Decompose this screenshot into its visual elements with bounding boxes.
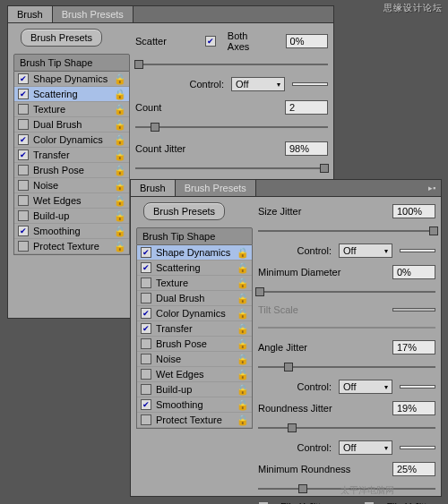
list-item[interactable]: ✔Scattering🔒: [137, 261, 252, 276]
count-slider[interactable]: [135, 122, 328, 132]
min-diameter-slider[interactable]: [258, 286, 435, 297]
option-checkbox[interactable]: [18, 241, 29, 252]
list-item[interactable]: ✔Color Dynamics🔒: [14, 132, 129, 148]
list-item[interactable]: ✔Smoothing🔒: [14, 224, 129, 239]
lock-icon[interactable]: 🔒: [115, 134, 125, 145]
list-item[interactable]: Noise🔒: [137, 352, 252, 367]
tab-brush[interactable]: Brush: [131, 180, 176, 196]
list-item[interactable]: Build-up🔒: [137, 382, 252, 397]
option-checkbox[interactable]: ✔: [18, 134, 29, 145]
both-axes-checkbox[interactable]: ✔: [205, 36, 216, 47]
scatter-value-input[interactable]: 0%: [286, 34, 328, 48]
option-checkbox[interactable]: [18, 165, 29, 175]
list-item[interactable]: Brush Pose🔒: [14, 163, 129, 178]
lock-icon[interactable]: 🔒: [115, 210, 125, 221]
option-checkbox[interactable]: ✔: [141, 323, 151, 334]
size-control-select[interactable]: Off▾: [339, 243, 392, 258]
list-item[interactable]: ✔Shape Dynamics🔒: [14, 72, 129, 87]
tab-brush[interactable]: Brush: [8, 6, 53, 22]
lock-icon[interactable]: 🔒: [237, 308, 248, 319]
panel-menu-icon[interactable]: ▸▪: [425, 182, 439, 194]
list-item[interactable]: Protect Texture🔒: [14, 239, 129, 254]
list-item[interactable]: ✔Color Dynamics🔒: [137, 306, 252, 321]
min-roundness-input[interactable]: 25%: [392, 462, 435, 476]
lock-icon[interactable]: 🔒: [115, 226, 125, 236]
option-checkbox[interactable]: [141, 293, 151, 303]
list-item[interactable]: ✔Scattering🔒: [14, 87, 129, 102]
option-checkbox[interactable]: [141, 414, 151, 425]
list-item[interactable]: Texture🔒: [137, 276, 252, 291]
option-checkbox[interactable]: ✔: [141, 247, 151, 258]
angle-jitter-slider[interactable]: [258, 362, 435, 372]
option-checkbox[interactable]: [141, 384, 151, 395]
lock-icon[interactable]: 🔒: [115, 195, 125, 206]
option-checkbox[interactable]: [18, 210, 29, 221]
tab-brush-presets[interactable]: Brush Presets: [53, 6, 134, 22]
lock-icon[interactable]: 🔒: [237, 354, 248, 364]
list-item[interactable]: Brush Pose🔒: [137, 337, 252, 352]
lock-icon[interactable]: 🔒: [115, 149, 125, 160]
list-item[interactable]: Dual Brush🔒: [14, 117, 129, 132]
option-checkbox[interactable]: ✔: [141, 399, 151, 410]
option-checkbox[interactable]: [141, 338, 151, 349]
brush-presets-button[interactable]: Brush Presets: [143, 202, 225, 220]
tab-brush-presets[interactable]: Brush Presets: [176, 180, 256, 196]
option-checkbox[interactable]: ✔: [18, 89, 29, 99]
lock-icon[interactable]: 🔒: [237, 293, 248, 303]
lock-icon[interactable]: 🔒: [237, 262, 248, 273]
lock-icon[interactable]: 🔒: [115, 180, 125, 191]
roundness-control-select[interactable]: Off▾: [339, 440, 392, 455]
option-checkbox[interactable]: [18, 180, 29, 191]
count-jitter-value-input[interactable]: 98%: [285, 141, 328, 156]
list-item[interactable]: Protect Texture🔒: [137, 413, 252, 428]
option-checkbox[interactable]: [18, 104, 29, 115]
angle-control-select[interactable]: Off▾: [339, 380, 392, 394]
list-item[interactable]: Build-up🔒: [14, 209, 129, 224]
list-item[interactable]: ✔Shape Dynamics🔒: [137, 245, 252, 261]
brush-presets-button[interactable]: Brush Presets: [21, 29, 102, 47]
lock-icon[interactable]: 🔒: [237, 384, 248, 395]
list-item[interactable]: Noise🔒: [14, 178, 129, 193]
lock-icon[interactable]: 🔒: [115, 165, 125, 175]
lock-icon[interactable]: 🔒: [237, 369, 248, 380]
option-checkbox[interactable]: [141, 354, 151, 364]
roundness-jitter-input[interactable]: 19%: [392, 401, 435, 415]
option-checkbox[interactable]: [141, 278, 151, 288]
lock-icon[interactable]: 🔒: [115, 89, 125, 99]
lock-icon[interactable]: 🔒: [237, 414, 248, 425]
list-item[interactable]: Dual Brush🔒: [137, 291, 252, 306]
lock-icon[interactable]: 🔒: [237, 338, 248, 349]
min-diameter-input[interactable]: 0%: [392, 265, 435, 279]
roundness-jitter-slider[interactable]: [258, 423, 435, 433]
count-value-input[interactable]: 2: [285, 100, 328, 115]
lock-icon[interactable]: 🔒: [237, 323, 248, 334]
lock-icon[interactable]: 🔒: [115, 104, 125, 115]
option-checkbox[interactable]: [18, 195, 29, 206]
lock-icon[interactable]: 🔒: [115, 73, 125, 84]
size-jitter-input[interactable]: 100%: [392, 204, 435, 218]
brush-tip-shape-header[interactable]: Brush Tip Shape: [13, 54, 130, 72]
option-checkbox[interactable]: ✔: [18, 149, 29, 160]
option-checkbox[interactable]: ✔: [18, 226, 29, 236]
lock-icon[interactable]: 🔒: [237, 247, 248, 258]
list-item[interactable]: Wet Edges🔒: [137, 367, 252, 382]
list-item[interactable]: Wet Edges🔒: [14, 193, 129, 209]
option-checkbox[interactable]: ✔: [18, 73, 29, 84]
scatter-slider[interactable]: [135, 59, 328, 70]
count-jitter-slider[interactable]: [135, 163, 328, 174]
option-checkbox[interactable]: ✔: [141, 262, 151, 273]
lock-icon[interactable]: 🔒: [237, 278, 248, 288]
angle-jitter-input[interactable]: 17%: [392, 340, 435, 355]
list-item[interactable]: ✔Transfer🔒: [137, 321, 252, 337]
lock-icon[interactable]: 🔒: [237, 399, 248, 410]
size-jitter-slider[interactable]: [258, 226, 435, 236]
list-item[interactable]: Texture🔒: [14, 102, 129, 117]
option-checkbox[interactable]: ✔: [141, 308, 151, 319]
list-item[interactable]: ✔Smoothing🔒: [137, 397, 252, 413]
option-checkbox[interactable]: [141, 369, 151, 380]
lock-icon[interactable]: 🔒: [115, 119, 125, 130]
scatter-control-select[interactable]: Off▾: [231, 77, 285, 91]
lock-icon[interactable]: 🔒: [115, 241, 125, 252]
option-checkbox[interactable]: [18, 119, 29, 130]
brush-tip-shape-header[interactable]: Brush Tip Shape: [136, 227, 253, 245]
